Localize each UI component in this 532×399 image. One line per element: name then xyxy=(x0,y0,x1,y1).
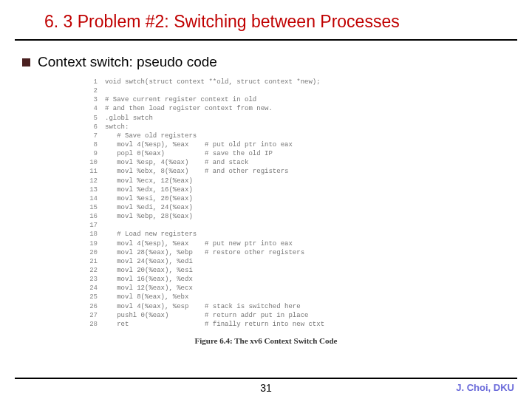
code-line: 16 movl %ebp, 28(%eax) xyxy=(89,212,510,221)
line-number: 14 xyxy=(89,194,105,203)
code-line: 18 # Load new registers xyxy=(89,230,510,239)
code-text: popl 0(%eax) # save the old IP xyxy=(105,149,510,158)
code-text xyxy=(105,221,510,230)
code-line: 17 xyxy=(89,221,510,230)
footer-divider xyxy=(15,378,517,379)
line-number: 27 xyxy=(89,311,105,320)
code-text: movl 24(%eax), %edi xyxy=(105,257,510,266)
square-bullet-icon xyxy=(22,58,30,66)
code-text: # Save old registers xyxy=(105,132,510,140)
code-line: 11 movl %ebx, 8(%eax) # and other regist… xyxy=(89,167,510,176)
line-number: 21 xyxy=(89,257,105,266)
line-number: 11 xyxy=(89,167,105,176)
code-line: 13 movl %edx, 16(%eax) xyxy=(89,185,510,194)
footer: 31 J. Choi, DKU xyxy=(0,378,532,393)
line-number: 25 xyxy=(89,293,105,301)
code-text: movl 4(%esp), %eax # put new ptr into ea… xyxy=(105,239,510,248)
code-text: movl 16(%eax), %edx xyxy=(105,275,510,284)
code-text: void swtch(struct context **old, struct … xyxy=(105,78,510,86)
code-text: movl %ecx, 12(%eax) xyxy=(105,177,510,185)
figure-label: Figure 6.4: xyxy=(194,336,234,345)
line-number: 5 xyxy=(89,114,105,123)
line-number: 22 xyxy=(89,266,105,275)
line-number: 6 xyxy=(89,123,105,132)
line-number: 28 xyxy=(89,320,105,329)
code-line: 8 movl 4(%esp), %eax # put old ptr into … xyxy=(89,140,510,149)
line-number: 15 xyxy=(89,203,105,212)
code-text: movl %edx, 16(%eax) xyxy=(105,185,510,194)
line-number: 26 xyxy=(89,302,105,311)
page-number: 31 xyxy=(260,382,272,394)
line-number: 3 xyxy=(89,95,105,104)
code-text: # Save current register context in old xyxy=(105,95,510,104)
code-line: 24 movl 12(%eax), %ecx xyxy=(89,284,510,293)
code-line: 15 movl %edi, 24(%eax) xyxy=(89,203,510,212)
line-number: 4 xyxy=(89,104,105,113)
line-number: 2 xyxy=(89,86,105,95)
slide-title: 6. 3 Problem #2: Switching between Proce… xyxy=(44,12,510,32)
code-line: 1void swtch(struct context **old, struct… xyxy=(89,78,510,86)
code-line: 23 movl 16(%eax), %edx xyxy=(89,275,510,284)
code-text: ret # finally return into new ctxt xyxy=(105,320,510,329)
line-number: 23 xyxy=(89,275,105,284)
code-listing: 1void swtch(struct context **old, struct… xyxy=(89,78,510,329)
line-number: 1 xyxy=(89,78,105,86)
code-line: 10 movl %esp, 4(%eax) # and stack xyxy=(89,158,510,167)
line-number: 17 xyxy=(89,221,105,230)
code-text: .globl swtch xyxy=(105,114,510,123)
code-text: movl %esi, 20(%eax) xyxy=(105,194,510,203)
code-line: 26 movl 4(%eax), %esp # stack is switche… xyxy=(89,302,510,311)
code-line: 21 movl 24(%eax), %edi xyxy=(89,257,510,266)
code-line: 25 movl 8(%eax), %ebx xyxy=(89,293,510,301)
figure-caption: Figure 6.4: The xv6 Context Switch Code xyxy=(22,336,510,345)
code-text: movl %edi, 24(%eax) xyxy=(105,203,510,212)
bullet-item: Context switch: pseudo code xyxy=(22,54,510,70)
code-line: 6swtch: xyxy=(89,123,510,132)
line-number: 24 xyxy=(89,284,105,293)
bullet-text: Context switch: pseudo code xyxy=(38,54,217,70)
line-number: 7 xyxy=(89,132,105,140)
code-line: 19 movl 4(%esp), %eax # put new ptr into… xyxy=(89,239,510,248)
line-number: 20 xyxy=(89,248,105,257)
line-number: 18 xyxy=(89,230,105,239)
code-text xyxy=(105,86,510,95)
code-text: swtch: xyxy=(105,123,510,132)
line-number: 8 xyxy=(89,140,105,149)
line-number: 9 xyxy=(89,149,105,158)
code-line: 2 xyxy=(89,86,510,95)
code-text: # Load new registers xyxy=(105,230,510,239)
line-number: 10 xyxy=(89,158,105,167)
code-line: 14 movl %esi, 20(%eax) xyxy=(89,194,510,203)
code-text: movl %esp, 4(%eax) # and stack xyxy=(105,158,510,167)
code-line: 5.globl swtch xyxy=(89,114,510,123)
code-text: # and then load register context from ne… xyxy=(105,104,510,113)
line-number: 19 xyxy=(89,239,105,248)
code-text: movl 12(%eax), %ecx xyxy=(105,284,510,293)
code-text: movl 8(%eax), %ebx xyxy=(105,293,510,301)
line-number: 12 xyxy=(89,177,105,185)
figure-caption-text: The xv6 Context Switch Code xyxy=(234,336,337,345)
line-number: 16 xyxy=(89,212,105,221)
code-line: 20 movl 28(%eax), %ebp # restore other r… xyxy=(89,248,510,257)
code-text: movl 20(%eax), %esi xyxy=(105,266,510,275)
code-text: movl %ebx, 8(%eax) # and other registers xyxy=(105,167,510,176)
code-line: 3# Save current register context in old xyxy=(89,95,510,104)
code-line: 27 pushl 0(%eax) # return addr put in pl… xyxy=(89,311,510,320)
code-text: pushl 0(%eax) # return addr put in place xyxy=(105,311,510,320)
code-line: 22 movl 20(%eax), %esi xyxy=(89,266,510,275)
code-line: 4# and then load register context from n… xyxy=(89,104,510,113)
code-text: movl 28(%eax), %ebp # restore other regi… xyxy=(105,248,510,257)
code-text: movl 4(%eax), %esp # stack is switched h… xyxy=(105,302,510,311)
code-line: 28 ret # finally return into new ctxt xyxy=(89,320,510,329)
code-line: 12 movl %ecx, 12(%eax) xyxy=(89,177,510,185)
code-text: movl %ebp, 28(%eax) xyxy=(105,212,510,221)
author-label: J. Choi, DKU xyxy=(456,382,514,393)
code-line: 7 # Save old registers xyxy=(89,132,510,140)
code-text: movl 4(%esp), %eax # put old ptr into ea… xyxy=(105,140,510,149)
line-number: 13 xyxy=(89,185,105,194)
code-line: 9 popl 0(%eax) # save the old IP xyxy=(89,149,510,158)
